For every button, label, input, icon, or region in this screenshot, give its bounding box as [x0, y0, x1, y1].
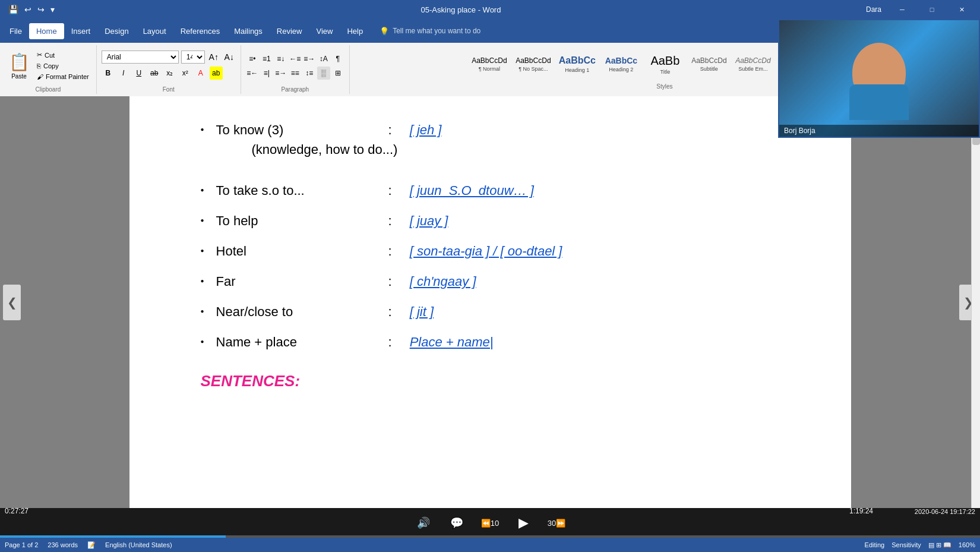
- borders-button[interactable]: ⊞: [331, 67, 344, 80]
- decrease-font-button[interactable]: A↓: [223, 51, 236, 64]
- video-time-elapsed: 0:27:27: [5, 507, 29, 515]
- clipboard-content: 📋 Paste ✂ Cut ⎘ Copy 🖌 Format Painter: [5, 45, 91, 86]
- bullet-point: ●: [201, 276, 204, 285]
- item-content: To know (3) : [ jeh ] (knowledge, how to…: [216, 120, 442, 170]
- style-heading1-preview: AaBbCc: [559, 55, 596, 66]
- play-button[interactable]: ▶: [513, 512, 534, 534]
- decrease-indent-button[interactable]: ←≡: [289, 52, 302, 65]
- video-date-display: 2020-06-24 19:17:22: [915, 508, 975, 515]
- justify-button[interactable]: ≡≡: [289, 67, 302, 80]
- list-item: ● To take s.o to... : [ juun S.O dtouw… …: [201, 181, 780, 200]
- style-title[interactable]: AaBb Title: [644, 45, 687, 83]
- sort-button[interactable]: ↕A: [317, 52, 330, 65]
- multilevel-button[interactable]: ≡↓: [274, 52, 287, 65]
- view-icons: ▤ ⊞ 📖: [928, 541, 951, 549]
- style-heading2[interactable]: AaBbCc Heading 2: [600, 45, 643, 83]
- style-normal[interactable]: AaBbCcDd ¶ Normal: [468, 45, 511, 83]
- paragraph-content: ≡• ≡1 ≡↓ ←≡ ≡→ ↕A ¶ ≡← ≡| ≡→ ≡≡ ↕≡: [246, 45, 344, 86]
- style-no-spacing[interactable]: AaBbCcDd ¶ No Spac...: [512, 45, 555, 83]
- tellme-input[interactable]: [393, 27, 500, 35]
- show-marks-button[interactable]: ¶: [331, 52, 344, 65]
- undo-button[interactable]: ↩: [23, 4, 33, 15]
- align-center-button[interactable]: ≡|: [260, 67, 273, 80]
- menu-home[interactable]: Home: [29, 23, 64, 39]
- strikethrough-button[interactable]: ab: [148, 67, 161, 80]
- quick-access-dropdown[interactable]: ▾: [49, 4, 56, 15]
- menu-mailings[interactable]: Mailings: [227, 23, 270, 39]
- bullets-button[interactable]: ≡•: [246, 52, 259, 65]
- font-color-button[interactable]: A: [194, 67, 207, 80]
- captions-button[interactable]: 💬: [446, 512, 467, 534]
- restore-button[interactable]: □: [918, 0, 946, 19]
- numbering-button[interactable]: ≡1: [260, 52, 273, 65]
- menu-view[interactable]: View: [309, 23, 340, 39]
- close-button[interactable]: ✕: [948, 0, 975, 19]
- menu-review[interactable]: Review: [270, 23, 309, 39]
- menu-references[interactable]: References: [173, 23, 227, 39]
- copy-button[interactable]: ⎘ Copy: [34, 61, 91, 71]
- translation-text: [ juay ]: [410, 211, 448, 231]
- paste-button[interactable]: 📋 Paste: [5, 47, 33, 85]
- increase-font-button[interactable]: A↑: [207, 51, 220, 64]
- style-heading1[interactable]: AaBbCc Heading 1: [556, 45, 599, 83]
- document-page: ● To know (3) : [ jeh ] (knowledge, how …: [129, 96, 851, 508]
- line-spacing-button[interactable]: ↕≡: [303, 67, 316, 80]
- minimize-button[interactable]: ─: [889, 0, 916, 19]
- bullet-point: ●: [201, 307, 204, 316]
- style-nospacing-preview: AaBbCcDd: [516, 56, 551, 65]
- webcam-name-label: Borj Borja: [779, 125, 979, 137]
- webcam-face: [843, 37, 915, 120]
- font-size-select[interactable]: 14: [181, 51, 205, 64]
- menu-insert[interactable]: Insert: [64, 23, 98, 39]
- volume-button[interactable]: 🔊: [413, 512, 434, 534]
- forward-30-button[interactable]: 30⏩: [546, 512, 567, 534]
- style-heading1-label: Heading 1: [565, 67, 589, 73]
- align-right-button[interactable]: ≡→: [274, 67, 287, 80]
- menu-file[interactable]: File: [2, 23, 29, 39]
- translation-text: [ jeh ]: [410, 120, 442, 140]
- paste-icon: 📋: [9, 52, 30, 72]
- copy-icon: ⎘: [37, 62, 41, 70]
- colon-separator: :: [388, 302, 392, 321]
- page-info: Page 1 of 2: [5, 541, 38, 548]
- italic-button[interactable]: I: [117, 67, 130, 80]
- bullet-text: Near/close to : [ jit ]: [216, 302, 434, 321]
- bullet-text: Hotel : [ son-taa-gia ] / [ oo-dtael ]: [216, 241, 562, 261]
- font-label: Font: [102, 86, 236, 94]
- bullet-text: Far : [ ch'ngaay ]: [216, 272, 476, 291]
- style-subtitle[interactable]: AaBbCcDd Subtitle: [688, 45, 731, 83]
- status-right: Editing Sensitivity ▤ ⊞ 📖 160%: [865, 541, 975, 549]
- vertical-scrollbar[interactable]: [971, 96, 980, 508]
- font-name-select[interactable]: Arial: [102, 51, 179, 64]
- cut-button[interactable]: ✂ Cut: [34, 50, 91, 60]
- underline-button[interactable]: U: [132, 67, 146, 80]
- shading-button[interactable]: ░: [317, 67, 330, 80]
- style-subtle-emphasis[interactable]: AaBbCcDd Subtle Em...: [732, 45, 774, 83]
- bold-button[interactable]: B: [102, 67, 115, 80]
- align-left-button[interactable]: ≡←: [246, 67, 259, 80]
- term-text: To help: [216, 211, 371, 231]
- font-row-1: Arial 14 A↑ A↓: [102, 51, 236, 64]
- menu-design[interactable]: Design: [97, 23, 135, 39]
- style-nospacing-label: ¶ No Spac...: [519, 66, 548, 72]
- highlight-button[interactable]: ab: [210, 67, 223, 80]
- nav-arrow-left[interactable]: ❮: [3, 285, 21, 320]
- redo-button[interactable]: ↪: [36, 4, 46, 15]
- style-heading2-preview: AaBbCc: [605, 56, 637, 65]
- status-bar: Page 1 of 2 236 words 📝 English (United …: [0, 538, 980, 552]
- superscript-button[interactable]: x²: [179, 67, 192, 80]
- language-label: English (United States): [105, 541, 172, 548]
- save-button[interactable]: 💾: [7, 4, 20, 15]
- menu-layout[interactable]: Layout: [136, 23, 173, 39]
- menu-help[interactable]: Help: [340, 23, 370, 39]
- list-item: ● To know (3) : [ jeh ] (knowledge, how …: [201, 120, 780, 170]
- document-area: ❮ ● To know (3) : [ jeh ] (knowledge, ho…: [0, 96, 980, 508]
- bullet-point: ●: [201, 246, 204, 255]
- format-painter-button[interactable]: 🖌 Format Painter: [34, 72, 91, 81]
- style-subtitle-label: Subtitle: [700, 66, 718, 72]
- list-item: ● Near/close to : [ jit ]: [201, 302, 780, 321]
- increase-indent-button[interactable]: ≡→: [303, 52, 316, 65]
- rewind-10-button[interactable]: ⏪10: [479, 512, 501, 534]
- subscript-button[interactable]: x₂: [163, 67, 176, 80]
- window-title: 05-Asking place - Word: [56, 5, 866, 14]
